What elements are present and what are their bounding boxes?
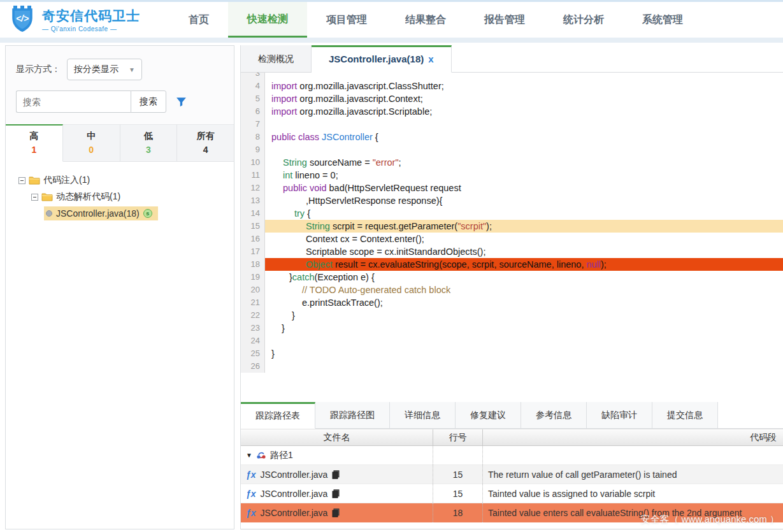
detail-tabs: 跟踪路径表跟踪路径图详细信息修复建议参考信息缺陷审计提交信息 [241, 402, 783, 429]
code-line-text: import org.mozilla.javascript.ClassShutt… [265, 80, 783, 92]
code-line-22[interactable]: 22} [241, 309, 783, 322]
code-line-17[interactable]: 17Scriptable scope = cx.initStandardObje… [241, 245, 783, 258]
nav-item-2[interactable]: 项目管理 [307, 2, 386, 38]
code-token: JSController [322, 132, 373, 142]
display-mode-label: 显示方式： [16, 64, 61, 75]
code-line-5[interactable]: 5import org.mozilla.javascript.Context; [241, 92, 783, 105]
code-line-text: import org.mozilla.javascript.Context; [265, 92, 783, 105]
code-line-text: } [265, 309, 783, 322]
code-line-text: String scrpit = request.getParameter("sc… [265, 220, 783, 233]
code-line-16[interactable]: 16Context cx = Context.enter(); [241, 233, 783, 245]
nav-item-1[interactable]: 快速检测 [228, 2, 307, 38]
tree-node-0[interactable]: 代码注入(1) [10, 172, 230, 189]
code-token: ); [486, 221, 492, 231]
nav-item-0[interactable]: 首页 [169, 2, 228, 38]
trace-table: 文件名行号代码段 ▼路径1ƒxJSController.java15The re… [241, 429, 783, 529]
folder-icon [41, 192, 53, 201]
trace-file-cell: ƒxJSController.java [241, 503, 433, 522]
code-line-6[interactable]: 6import org.mozilla.javascript.Scriptabl… [241, 105, 783, 118]
funnel-icon[interactable] [176, 96, 187, 107]
severity-badge: s [143, 209, 152, 218]
code-line-25[interactable]: 25} [241, 347, 783, 360]
collapse-triangle-icon[interactable]: ▼ [246, 452, 252, 459]
path-loop-icon [256, 450, 266, 460]
tree-expander-icon[interactable] [31, 194, 38, 201]
nav-item-4[interactable]: 报告管理 [465, 2, 544, 38]
tree-node-2[interactable]: JSController.java(18)s [10, 205, 230, 222]
severity-tab-3[interactable]: 所有4 [177, 124, 234, 162]
tab-close-icon[interactable]: x [428, 54, 433, 64]
severity-tab-count: 1 [6, 145, 62, 155]
severity-tab-count: 3 [120, 145, 177, 155]
code-line-20[interactable]: 20// TODO Auto-generated catch block [241, 284, 783, 296]
detail-tab-5[interactable]: 缺陷审计 [587, 402, 652, 428]
result-tree: 代码注入(1)动态解析代码(1)JSController.java(18)s [6, 162, 234, 529]
search-button[interactable]: 搜索 [131, 90, 166, 113]
brand-logo[interactable]: </> 奇安信代码卫士 — Qi'anxin Codesafe — [9, 4, 169, 36]
code-line-12[interactable]: 12public void bad(HttpServletRequest req… [241, 182, 783, 194]
code-token: null [586, 259, 601, 270]
detail-tab-4[interactable]: 参考信息 [521, 402, 587, 428]
code-token: import [271, 94, 297, 104]
code-line-8[interactable]: 8public class JSController { [241, 131, 783, 143]
tree-leaf-selection[interactable]: JSController.java(18)s [44, 206, 158, 220]
code-line-13[interactable]: 13,HttpServletResponse response){ [241, 194, 783, 207]
code-line-text: ,HttpServletResponse response){ [265, 194, 783, 207]
trace-desc-cell: Tainted value enters call evaluateString… [483, 503, 783, 522]
copy-icon[interactable] [332, 489, 340, 498]
trace-row-2[interactable]: ƒxJSController.java18Tainted value enter… [241, 503, 783, 522]
detail-tab-6[interactable]: 提交信息 [652, 402, 718, 428]
nav-item-3[interactable]: 结果整合 [386, 2, 465, 38]
code-line-15[interactable]: 15String scrpit = request.getParameter("… [241, 220, 783, 233]
trace-row-0[interactable]: ƒxJSController.java15The return value of… [241, 465, 783, 484]
line-number: 13 [241, 194, 265, 207]
editor-tab-0[interactable]: 检测概况 [241, 45, 312, 72]
code-line-24[interactable]: 24 [241, 334, 783, 347]
code-editor[interactable]: 34import org.mozilla.javascript.ClassShu… [241, 73, 783, 402]
editor-tab-1[interactable]: JSController.java(18)x [312, 45, 452, 73]
trace-row-1[interactable]: ƒxJSController.java15Tainted value is as… [241, 484, 783, 503]
nav-item-6[interactable]: 系统管理 [623, 2, 702, 38]
detail-tab-2[interactable]: 详细信息 [390, 402, 456, 428]
severity-tab-1[interactable]: 中0 [63, 124, 120, 162]
code-line-19[interactable]: 19}catch(Exception e) { [241, 271, 783, 284]
sidebar-controls: 显示方式： 按分类显示 ▼ 搜索 [6, 46, 234, 124]
detail-tab-1[interactable]: 跟踪路径图 [315, 402, 390, 428]
copy-icon[interactable] [332, 508, 340, 517]
detail-tab-0[interactable]: 跟踪路径表 [241, 402, 315, 429]
code-line-4[interactable]: 4import org.mozilla.javascript.ClassShut… [241, 80, 783, 92]
code-token: result = cx.evaluateString(scope, scrpit… [333, 259, 587, 270]
trace-group-row[interactable]: ▼路径1 [241, 446, 783, 465]
function-icon: ƒx [246, 508, 256, 518]
svg-text:</>: </> [16, 13, 29, 24]
code-line-26[interactable]: 26 [241, 360, 783, 373]
code-line-21[interactable]: 21e.printStackTrace(); [241, 296, 783, 309]
code-line-7[interactable]: 7 [241, 118, 783, 131]
code-line-18[interactable]: 18Object result = cx.evaluateString(scop… [241, 258, 783, 271]
severity-tab-0[interactable]: 高1 [6, 124, 63, 162]
severity-tab-2[interactable]: 低3 [120, 124, 178, 162]
search-input[interactable] [16, 90, 131, 113]
code-line-text: public class JSController { [265, 131, 783, 143]
code-line-23[interactable]: 23} [241, 322, 783, 334]
code-line-14[interactable]: 14try { [241, 207, 783, 220]
trace-group-label: 路径1 [270, 450, 293, 461]
copy-icon[interactable] [332, 470, 340, 479]
code-line-text: }catch(Exception e) { [265, 271, 783, 284]
trace-file-name: JSController.java [261, 508, 328, 518]
nav-item-5[interactable]: 统计分析 [544, 2, 623, 38]
detail-tab-3[interactable]: 修复建议 [456, 402, 521, 428]
tree-expander-icon[interactable] [18, 177, 25, 184]
display-mode-select[interactable]: 按分类显示 ▼ [67, 59, 142, 80]
code-line-text [265, 360, 783, 373]
code-line-text [265, 73, 783, 80]
code-line-9[interactable]: 9 [241, 143, 783, 156]
code-line-11[interactable]: 11int lineno = 0; [241, 169, 783, 182]
trace-file-name: JSController.java [261, 489, 328, 499]
code-line-text: String sourceName = "error"; [265, 156, 783, 169]
code-line-10[interactable]: 10String sourceName = "error"; [241, 156, 783, 169]
app-header: </> 奇安信代码卫士 — Qi'anxin Codesafe — 首页快速检测… [0, 2, 783, 38]
tree-node-1[interactable]: 动态解析代码(1) [10, 189, 230, 205]
line-number: 15 [241, 220, 265, 233]
code-line-3[interactable]: 3 [241, 73, 783, 80]
